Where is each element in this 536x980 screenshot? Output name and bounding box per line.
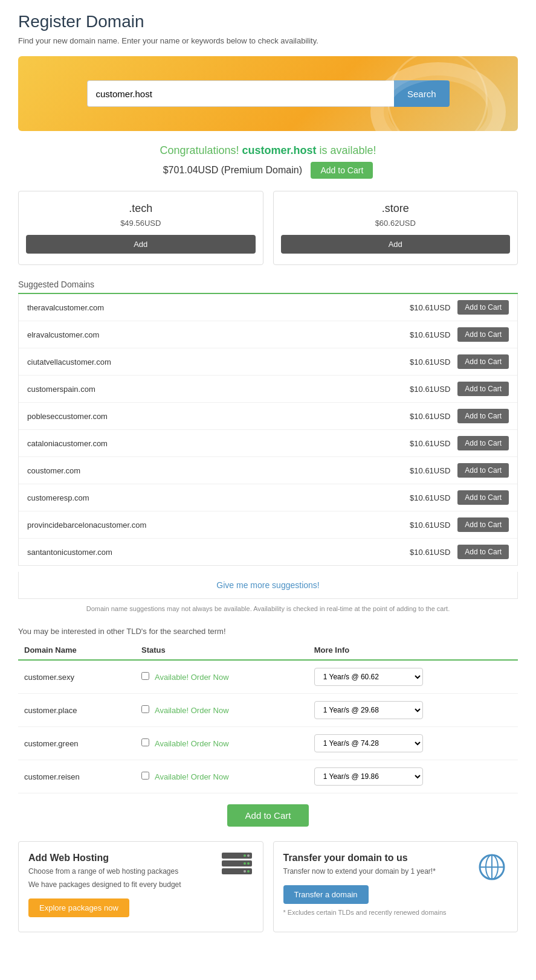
avail-price-text: $701.04USD (Premium Domain) bbox=[163, 165, 302, 175]
tld-add-store-button[interactable]: Add bbox=[281, 235, 511, 254]
avail-prefix: Congratulations! bbox=[160, 144, 239, 156]
tld-table-row: customer.sexy Available! Order Now 1 Yea… bbox=[18, 660, 518, 694]
tld-year-select[interactable]: 1 Year/s @ 29.68 bbox=[314, 701, 423, 719]
search-button[interactable]: Search bbox=[394, 80, 450, 107]
tld-order-checkbox[interactable] bbox=[141, 738, 149, 746]
domain-price: $10.61USD bbox=[390, 466, 450, 475]
domain-name: elravalcustomer.com bbox=[27, 330, 390, 339]
tld-order-checkbox[interactable] bbox=[141, 672, 149, 680]
tld-table: Domain Name Status More Info customer.se… bbox=[18, 641, 518, 793]
tld-table-row: customer.reisen Available! Order Now 1 Y… bbox=[18, 760, 518, 793]
domain-name: customeresp.com bbox=[27, 493, 390, 502]
suggested-add-to-cart-button[interactable]: Add to Cart bbox=[457, 409, 509, 423]
tld-name-store: .store bbox=[281, 202, 511, 215]
domain-price: $10.61USD bbox=[390, 385, 450, 394]
tld-year-select[interactable]: 1 Year/s @ 60.62 bbox=[314, 668, 423, 686]
suggested-section: Suggested Domains theravalcustomer.com $… bbox=[18, 280, 518, 566]
tld-available-text: Available! Order Now bbox=[155, 772, 229, 781]
more-suggestions-link[interactable]: Give me more suggestions! bbox=[216, 580, 319, 590]
page-subtitle: Find your new domain name. Enter your na… bbox=[18, 36, 518, 45]
domain-price: $10.61USD bbox=[390, 330, 450, 339]
tld-available-text: Available! Order Now bbox=[155, 706, 229, 715]
transfer-panel: Transfer your domain to us Transfer now … bbox=[273, 841, 518, 932]
suggested-add-to-cart-button[interactable]: Add to Cart bbox=[457, 545, 509, 559]
tld-order-checkbox[interactable] bbox=[141, 772, 149, 780]
bottom-panels: Add Web Hosting Choose from a range of w… bbox=[18, 841, 518, 932]
domain-name: theravalcustomer.com bbox=[27, 303, 390, 312]
search-input[interactable] bbox=[87, 80, 394, 107]
domain-row: customerspain.com $10.61USD Add to Cart bbox=[19, 376, 517, 403]
tld-domain-name: customer.sexy bbox=[18, 660, 135, 694]
suggested-add-to-cart-button[interactable]: Add to Cart bbox=[457, 327, 509, 342]
tld-year-select[interactable]: 1 Year/s @ 74.28 bbox=[314, 734, 423, 752]
tld-table-row: customer.place Available! Order Now 1 Ye… bbox=[18, 694, 518, 727]
suggested-add-to-cart-button[interactable]: Add to Cart bbox=[457, 354, 509, 369]
avail-add-to-cart-button[interactable]: Add to Cart bbox=[311, 162, 373, 179]
hosting-title: Add Web Hosting bbox=[28, 853, 253, 863]
suggested-add-to-cart-button[interactable]: Add to Cart bbox=[457, 517, 509, 532]
tld-boxes: .tech $49.56USD Add .store $60.62USD Add bbox=[18, 191, 518, 265]
globe-icon bbox=[477, 853, 506, 882]
domain-price: $10.61USD bbox=[390, 520, 450, 530]
th-status: Status bbox=[135, 641, 308, 660]
domain-price: $10.61USD bbox=[390, 493, 450, 502]
avail-price-row: $701.04USD (Premium Domain) Add to Cart bbox=[18, 162, 518, 179]
transfer-note: * Excludes certain TLDs and recently ren… bbox=[283, 909, 508, 916]
domain-name: coustomer.com bbox=[27, 466, 390, 475]
domain-row: elravalcustomer.com $10.61USD Add to Car… bbox=[19, 321, 517, 348]
tld-more-info: 1 Year/s @ 74.28 bbox=[308, 727, 518, 760]
tld-domain-name: customer.place bbox=[18, 694, 135, 727]
suggested-add-to-cart-button[interactable]: Add to Cart bbox=[457, 300, 509, 315]
tld-more-info: 1 Year/s @ 29.68 bbox=[308, 694, 518, 727]
domain-price: $10.61USD bbox=[390, 303, 450, 312]
tld-intro-text: You may be interested in other TLD's for… bbox=[18, 627, 518, 636]
domain-row: pobleseccustomer.com $10.61USD Add to Ca… bbox=[19, 403, 517, 430]
domain-price: $10.61USD bbox=[390, 439, 450, 448]
tld-more-info: 1 Year/s @ 60.62 bbox=[308, 660, 518, 694]
th-domain: Domain Name bbox=[18, 641, 135, 660]
transfer-domain-button[interactable]: Transfer a domain bbox=[283, 885, 369, 904]
tld-box-tech: .tech $49.56USD Add bbox=[18, 191, 263, 265]
suggested-add-to-cart-button[interactable]: Add to Cart bbox=[457, 490, 509, 505]
availability-text: Congratulations! customer.host is availa… bbox=[18, 144, 518, 157]
tld-available-text: Available! Order Now bbox=[155, 739, 229, 748]
domain-row: provincidebarcelonacustomer.com $10.61US… bbox=[19, 511, 517, 539]
suggested-add-to-cart-button[interactable]: Add to Cart bbox=[457, 463, 509, 478]
domain-name: cataloniacustomer.com bbox=[27, 439, 390, 448]
suggested-add-to-cart-button[interactable]: Add to Cart bbox=[457, 382, 509, 396]
domain-row: coustomer.com $10.61USD Add to Cart bbox=[19, 457, 517, 484]
tld-status: Available! Order Now bbox=[135, 694, 308, 727]
tld-more-info: 1 Year/s @ 19.86 bbox=[308, 760, 518, 793]
tld-domain-name: customer.reisen bbox=[18, 760, 135, 793]
domain-price: $10.61USD bbox=[390, 548, 450, 557]
th-moreinfo: More Info bbox=[308, 641, 518, 660]
disclaimer-text: Domain name suggestions may not always b… bbox=[18, 605, 518, 612]
tld-domain-name: customer.green bbox=[18, 727, 135, 760]
explore-packages-button[interactable]: Explore packages now bbox=[28, 898, 129, 917]
page-title: Register Domain bbox=[18, 12, 518, 31]
tld-order-checkbox[interactable] bbox=[141, 705, 149, 713]
more-suggestions: Give me more suggestions! bbox=[18, 572, 518, 599]
hosting-panel: Add Web Hosting Choose from a range of w… bbox=[18, 841, 263, 932]
domain-row: ciutatvellacustomer.com $10.61USD Add to… bbox=[19, 348, 517, 376]
hosting-desc1: Choose from a range of web hosting packa… bbox=[28, 867, 253, 876]
domain-row: santantonicustomer.com $10.61USD Add to … bbox=[19, 539, 517, 565]
avail-domain: customer.host bbox=[242, 144, 317, 156]
tld-add-tech-button[interactable]: Add bbox=[26, 235, 256, 254]
suggested-label: Suggested Domains bbox=[18, 280, 518, 289]
tld-table-row: customer.green Available! Order Now 1 Ye… bbox=[18, 727, 518, 760]
suggested-add-to-cart-button[interactable]: Add to Cart bbox=[457, 436, 509, 450]
tld-table-header-row: Domain Name Status More Info bbox=[18, 641, 518, 660]
tld-name-tech: .tech bbox=[26, 202, 256, 215]
avail-suffix: is available! bbox=[320, 144, 376, 156]
domain-name: pobleseccustomer.com bbox=[27, 412, 390, 421]
tld-available-text: Available! Order Now bbox=[155, 673, 229, 682]
domain-row: cataloniacustomer.com $10.61USD Add to C… bbox=[19, 430, 517, 457]
tld-status: Available! Order Now bbox=[135, 727, 308, 760]
tld-price-store: $60.62USD bbox=[281, 219, 511, 228]
tld-year-select[interactable]: 1 Year/s @ 19.86 bbox=[314, 767, 423, 786]
tld-box-store: .store $60.62USD Add bbox=[273, 191, 518, 265]
domain-list: theravalcustomer.com $10.61USD Add to Ca… bbox=[18, 294, 518, 566]
domain-price: $10.61USD bbox=[390, 357, 450, 367]
tld-add-to-cart-button[interactable]: Add to Cart bbox=[227, 804, 309, 827]
